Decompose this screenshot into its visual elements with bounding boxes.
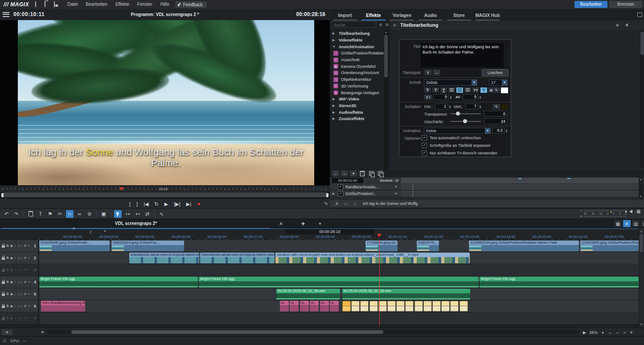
mode-button-brennen[interactable]: Brennen bbox=[609, 1, 642, 8]
clip[interactable]: 77146644.jpeg Gr... bbox=[365, 241, 398, 251]
clip[interactable]: tts-25-04-2025-08_32_28.wav bbox=[276, 289, 340, 299]
option-1[interactable]: ✓Text automatisch umbrechen bbox=[422, 135, 481, 141]
line-spacing-icon[interactable]: ⇕T bbox=[424, 94, 432, 101]
solo-button[interactable]: S bbox=[6, 316, 8, 320]
paste-keyframe-button[interactable] bbox=[377, 170, 384, 176]
effect-item-gr-e-position-rotation[interactable]: ⛶Größe/Position/Rotation bbox=[330, 50, 389, 57]
preview-playhead-icon[interactable] bbox=[119, 187, 124, 191]
tab-store[interactable]: Store bbox=[445, 12, 473, 21]
menu-datei[interactable]: Datei bbox=[63, 0, 82, 9]
video-fader-icon[interactable]: ↕ bbox=[14, 316, 16, 320]
scrollbar-thumb[interactable] bbox=[71, 330, 383, 334]
clip[interactable]: 119441895.jpeg Größe/Position/Rota... bbox=[580, 241, 643, 251]
scrollbar-track[interactable] bbox=[46, 330, 579, 334]
visibility-button[interactable]: ◉ bbox=[10, 244, 13, 248]
search-input[interactable]: Suche bbox=[332, 21, 376, 28]
clip[interactable]: Bright Future 15s.ogg bbox=[199, 277, 479, 287]
effect-item-videoeffekte[interactable]: ▶Videoeffekte bbox=[330, 37, 389, 44]
underline-button[interactable]: T bbox=[440, 87, 447, 93]
new-tab-icon[interactable]: + bbox=[301, 220, 305, 227]
delete-keyframe-button[interactable] bbox=[359, 170, 366, 176]
effect-item-3d-verformung[interactable]: ⊡3D-Verformung bbox=[330, 83, 389, 90]
mute-button[interactable]: ◁ bbox=[17, 256, 20, 260]
effect-item-bewegungs-vorlagen[interactable]: ●Bewegungs-Vorlagen bbox=[330, 89, 389, 96]
slider-knob[interactable] bbox=[456, 112, 460, 116]
line-spacing-stepper[interactable]: 0▲▼ bbox=[433, 94, 452, 100]
effect-item-objektivkorrektur[interactable]: ◁Objektivkorrektur bbox=[330, 76, 389, 83]
track-effects-icon[interactable]: + bbox=[28, 256, 30, 260]
animation-step-stepper[interactable]: 0.2▲▼ bbox=[492, 128, 508, 133]
fit-width-button[interactable]: ↔ bbox=[608, 330, 612, 335]
solo-button[interactable]: S bbox=[6, 268, 8, 272]
loop-button[interactable]: ↻ bbox=[155, 200, 159, 208]
track-effects-icon[interactable]: + bbox=[28, 304, 30, 308]
font-color-eyedropper-icon[interactable]: ✎ bbox=[492, 87, 500, 94]
track-effects-icon[interactable]: + bbox=[28, 316, 30, 320]
keyframe-marker-icon[interactable] bbox=[567, 178, 570, 179]
lock-icon[interactable] bbox=[2, 258, 5, 260]
text-cursor-mode-button[interactable]: I bbox=[424, 69, 432, 76]
clip[interactable]: Hi... bbox=[280, 301, 289, 312]
bold-button[interactable]: T bbox=[424, 87, 431, 93]
audio-fader-icon[interactable]: ↕ bbox=[21, 316, 23, 320]
chevron-down-icon[interactable]: ▼ bbox=[394, 192, 398, 195]
effect-item-titelbearbeitung[interactable]: ▶Titelbearbeitung bbox=[330, 30, 389, 37]
transparency-value[interactable]: 0 bbox=[484, 111, 508, 116]
zoom-value[interactable]: 56% bbox=[590, 330, 598, 335]
effect-item-orientierung-horizont[interactable]: ◎Orientierung/Horizont bbox=[330, 70, 389, 76]
track-effects-icon[interactable]: + bbox=[28, 244, 30, 248]
clip[interactable] bbox=[387, 301, 396, 312]
clip[interactable]: tts-25-04-2025-08_32_28.wav bbox=[342, 289, 470, 299]
mute-button[interactable]: ◁ bbox=[17, 304, 20, 308]
project-tab[interactable]: VDL screengraps 2* bbox=[2, 219, 270, 229]
scroll-up-icon[interactable]: ▲ bbox=[384, 30, 388, 34]
scroll-up-icon[interactable]: ▲ bbox=[639, 178, 643, 182]
video-fader-icon[interactable]: ↕ bbox=[14, 256, 16, 260]
scroll-down-icon[interactable]: ▼ bbox=[639, 195, 643, 199]
fit-width-mode-button[interactable]: ↔ bbox=[432, 69, 441, 76]
text-size-button[interactable]: T bbox=[480, 87, 488, 93]
effect-item-kamera-zoomfahrt[interactable]: ◉Kamera-/Zoomfahrt bbox=[330, 63, 389, 70]
clip[interactable]: vacation-with-coconut-palm-tree-and-beac… bbox=[275, 253, 470, 263]
undock-window-icon[interactable] bbox=[637, 12, 642, 17]
clip[interactable]: videoblocks-aerial-view-of-tropical-isla… bbox=[129, 253, 199, 263]
audio-fader-icon[interactable]: ↕ bbox=[21, 292, 23, 296]
track-header-7[interactable]: S◉↕◁↕⇄+7 bbox=[0, 312, 39, 324]
collapse-panel-button[interactable]: ∧ bbox=[333, 201, 340, 207]
jump-to-end-button[interactable]: ▶| bbox=[186, 200, 191, 208]
visibility-button[interactable]: ◉ bbox=[10, 280, 13, 284]
track-header-4[interactable]: S◉↕◁↕⇄+4 bbox=[0, 276, 39, 288]
effect-item-360-video[interactable]: ▶360°-Video bbox=[330, 96, 389, 103]
lock-icon[interactable] bbox=[2, 294, 5, 296]
tab-magix-hub[interactable]: MAGIX Hub bbox=[473, 12, 502, 21]
effects-tree-scrollbar[interactable]: ▲ bbox=[384, 30, 388, 170]
clip[interactable]: Hi... bbox=[310, 301, 319, 312]
set-in-point-button[interactable]: [ bbox=[129, 200, 131, 208]
shadow-hor-stepper[interactable]: 1▲▼ bbox=[435, 104, 451, 109]
list-view-icon[interactable]: ≡ bbox=[379, 22, 382, 27]
title-text-input[interactable]: Ich lag in der Sonne und Wolfgang las se… bbox=[421, 43, 504, 67]
tab-import[interactable]: Import bbox=[331, 12, 359, 21]
tab-vorlagen[interactable]: Vorlagen bbox=[388, 12, 416, 21]
next-keyframe-button[interactable]: → bbox=[341, 170, 348, 176]
timeline-ruler[interactable]: 00:00:28:16 f▾00:00:02:0000:00:03:0000:0… bbox=[0, 229, 644, 241]
keyframe-track[interactable] bbox=[401, 191, 639, 197]
solo-button[interactable]: S bbox=[6, 244, 8, 248]
clip[interactable] bbox=[360, 301, 369, 312]
lock-icon[interactable] bbox=[2, 318, 5, 320]
range-start-handle[interactable] bbox=[1, 193, 4, 197]
zoom-out-button[interactable]: − bbox=[623, 329, 626, 336]
clip[interactable]: 510035935.jpeg Größe/Positi... bbox=[39, 241, 110, 251]
checkbox-checked-icon[interactable]: ✓ bbox=[422, 150, 427, 156]
transparency-slider[interactable] bbox=[451, 111, 481, 116]
lock-icon[interactable] bbox=[2, 270, 5, 272]
magnet-snap-button[interactable]: ∩ bbox=[66, 210, 74, 218]
solo-button[interactable]: S bbox=[6, 256, 8, 260]
clip[interactable]: Bright Future 15s.ogg bbox=[480, 277, 643, 287]
clip[interactable] bbox=[414, 301, 423, 312]
save-icon[interactable] bbox=[54, 2, 59, 7]
transition-icon[interactable]: ⇄ bbox=[24, 256, 27, 260]
range-play-button[interactable]: [▶] bbox=[174, 200, 180, 208]
timeline-mode-button[interactable]: ≡ bbox=[623, 220, 631, 227]
menu-hilfe[interactable]: Hilfe bbox=[156, 0, 173, 9]
